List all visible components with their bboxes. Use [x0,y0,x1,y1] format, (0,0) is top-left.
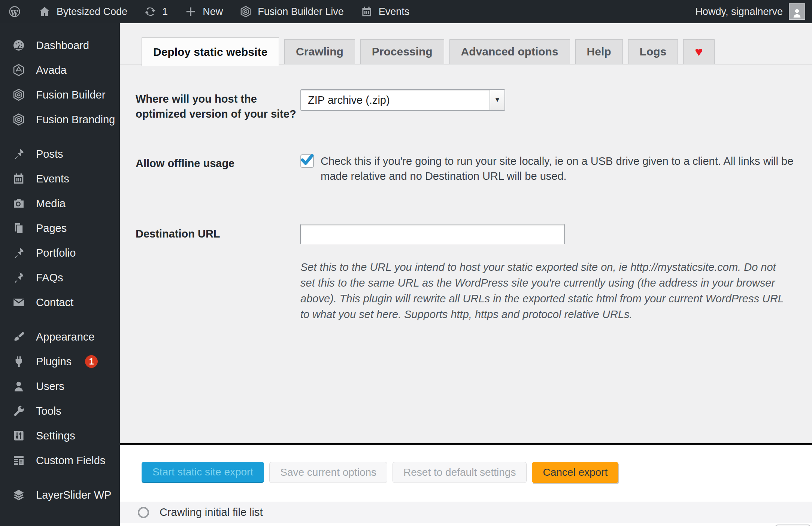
tab-help[interactable]: Help [575,39,623,64]
sidebar-item-label: Tools [36,405,61,417]
checkmark-icon [300,152,315,167]
sidebar-item-label: Avada [36,64,67,76]
save-options-button[interactable]: Save current options [269,462,387,483]
host-label: Where will you host the optimized versio… [136,89,300,121]
sidebar-item-portfolio[interactable]: Portfolio [0,241,120,265]
destination-url-input[interactable] [300,224,565,244]
actions-section: Start static site export Save current op… [120,443,812,526]
admin-bar-left: Bytesized Code1NewFusion Builder LiveEve… [0,4,409,19]
sidebar-item-label: Pages [36,222,67,235]
sidebar-item-label: Settings [36,430,75,442]
sidebar-item-dashboard[interactable]: Dashboard [0,33,120,58]
tab-label: Crawling [296,45,343,58]
sidebar-item-label: Users [36,380,64,393]
sidebar-item-events[interactable]: Events [0,166,120,191]
wordpress-admin-screen: Bytesized Code1NewFusion Builder LiveEve… [0,0,812,526]
admin-bar-item-bytesized-code[interactable]: Bytesized Code [37,4,127,19]
tab-crawling[interactable]: Crawling [284,39,355,64]
sidebar-item-faqs[interactable]: FAQs [0,265,120,290]
form-row-offline: Allow offline usage Check this if you're… [136,154,812,184]
admin-bar: Bytesized Code1NewFusion Builder LiveEve… [0,0,812,23]
sidebar-item-pages[interactable]: Pages [0,216,120,241]
camera-icon [11,196,26,211]
tab-label: Processing [372,45,433,58]
sidebar-item-settings[interactable]: Settings [0,423,120,448]
admin-bar-item-fusion-builder-live[interactable]: Fusion Builder Live [239,4,344,19]
admin-bar-item-wordpress-logo[interactable] [7,4,22,19]
wrench-icon [11,403,26,418]
sidebar-item-users[interactable]: Users [0,374,120,399]
sidebar-item-label: Contact [36,296,73,309]
start-export-button[interactable]: Start static site export [142,462,264,483]
sidebar-item-fusion-branding[interactable]: Fusion Branding [0,107,120,132]
grid-icon [11,453,26,468]
brush-icon [11,329,26,344]
progress-circle-icon [138,507,149,518]
tab-processing[interactable]: Processing [360,39,444,64]
sidebar-item-appearance[interactable]: Appearance [0,324,120,349]
reset-defaults-button[interactable]: Reset to default settings [393,462,527,483]
sidebar-item-fusion-builder[interactable]: Fusion Builder [0,82,120,107]
sidebar-item-avada[interactable]: Avada [0,58,120,82]
sidebar-item-custom-fields[interactable]: Custom Fields [0,448,120,473]
destination-label: Destination URL [136,224,300,241]
pushpin-icon [11,270,26,285]
progress-row[interactable]: Crawling initial file list [120,502,812,523]
sidebar-item-tools[interactable]: Tools [0,399,120,423]
tab-deploy-static-website[interactable]: Deploy static website [142,37,279,66]
sidebar-item-layerslider-wp[interactable]: LayerSlider WP [0,483,120,507]
destination-help-text: Set this to the URL you intend to host y… [300,259,787,322]
host-select[interactable]: ZIP archive (.zip) ▼ [300,89,505,111]
sidebar-item-label: FAQs [36,272,63,284]
sidebar-item-media[interactable]: Media [0,191,120,216]
settings-form: Where will you host the optimized versio… [120,64,812,443]
cancel-export-button[interactable]: Cancel export [532,462,618,483]
admin-bar-item-label: Events [379,6,410,18]
clipped-button[interactable] [775,525,811,526]
sidebar-item-label: Portfolio [36,247,76,259]
admin-bar-account[interactable]: Howdy, signalnerve [695,3,812,20]
sidebar-item-plugins[interactable]: Plugins1 [0,349,120,374]
avada-hexagon-icon [11,63,26,78]
offline-checkbox[interactable] [300,154,314,168]
user-silhouette-icon [791,6,803,19]
calendar-icon [360,4,374,19]
layers-icon [11,487,26,502]
tab-advanced-options[interactable]: Advanced options [449,39,570,64]
pages-icon [11,221,26,236]
sidebar-item-label: Fusion Builder [36,89,105,101]
updates-icon [143,4,157,19]
tab-label: Deploy static website [153,46,267,58]
host-select-value: ZIP archive (.zip) [301,94,390,106]
pushpin-icon [11,146,26,161]
sidebar-item-contact[interactable]: Contact [0,290,120,315]
form-row-destination: Destination URL Set this to the URL you … [136,224,812,322]
sidebar-item-label: Appearance [36,331,94,343]
sliders-icon [11,428,26,443]
offline-label: Allow offline usage [136,154,300,171]
action-buttons-row: Start static site export Save current op… [120,445,812,483]
heart-icon: ♥ [695,45,703,58]
admin-bar-item-1[interactable]: 1 [143,4,168,19]
sidebar-item-label: Custom Fields [36,454,105,467]
admin-bar-item-label: Bytesized Code [57,6,127,18]
form-row-host: Where will you host the optimized versio… [136,89,812,121]
howdy-text: Howdy, signalnerve [695,6,783,18]
home-icon [37,4,52,19]
avatar[interactable] [789,3,805,20]
tab-logs[interactable]: Logs [628,39,678,64]
sidebar-item-label: LayerSlider WP [36,489,111,501]
fusion-hexagon-icon [239,4,253,19]
sidebar-item-posts[interactable]: Posts [0,142,120,166]
progress-label: Crawling initial file list [160,506,263,519]
user-icon [11,379,26,394]
update-count-badge: 1 [85,355,98,368]
tab-heart[interactable]: ♥ [683,39,714,64]
admin-bar-item-events[interactable]: Events [360,4,410,19]
fusion-hexagon-icon [11,87,26,102]
calendar-icon [11,171,26,186]
sidebar-item-label: Posts [36,148,63,160]
tab-label: Logs [640,45,667,58]
admin-bar-item-new[interactable]: New [184,4,223,19]
sidebar-item-label: Events [36,173,69,185]
